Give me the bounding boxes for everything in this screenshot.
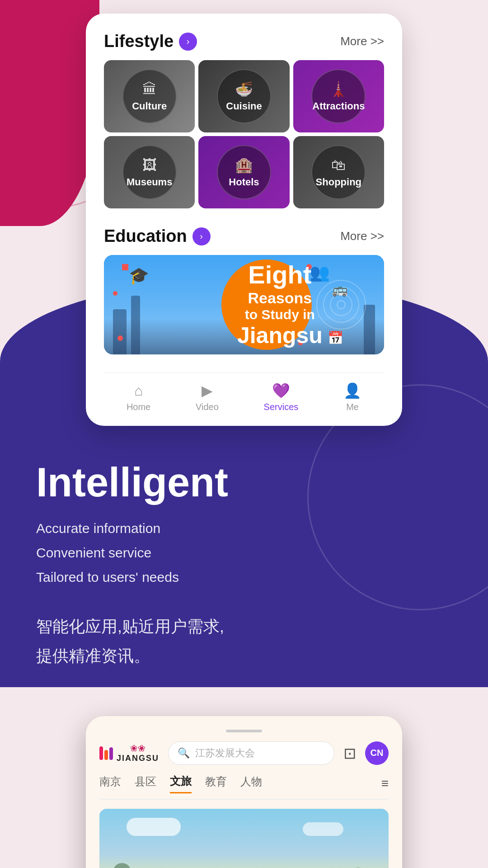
culture-label: Culture (132, 100, 167, 112)
nav-tab-jiaoyu[interactable]: 教育 (205, 774, 227, 793)
lifestyle-grid: 🏛 Culture 🍜 Cuisine 🗼 Attractions (104, 60, 384, 208)
intelligent-chinese-line1: 智能化应用,贴近用户需求, (36, 612, 452, 642)
hotels-label: Hotels (229, 176, 259, 188)
lifestyle-more-link[interactable]: More >> (340, 34, 384, 48)
nav-tab-nanjing[interactable]: 南京 (99, 774, 121, 793)
phone-mockup-bottom: ❀❀ JIANGSU 🔍 江苏发展大会 ⊡ CN 南京 县区 文旅 教育 人物 … (86, 716, 402, 868)
nav-me-label: Me (346, 402, 359, 412)
logo-bar-2 (104, 750, 108, 760)
home-icon: ⌂ (134, 382, 143, 399)
nav-item-me[interactable]: 👤 Me (343, 382, 361, 412)
cloud-1 (127, 818, 181, 836)
intelligent-line2: Convenient service (36, 541, 452, 565)
logo-bar-1 (99, 746, 103, 760)
intelligent-subtitle: Accurate information Convenient service … (36, 516, 452, 590)
scan-icon[interactable]: ⊡ (343, 744, 356, 762)
nav-tab-renwu[interactable]: 人物 (240, 774, 262, 793)
attractions-label: Attractions (312, 100, 365, 112)
app-header: ❀❀ JIANGSU 🔍 江苏发展大会 ⊡ CN (99, 741, 389, 765)
education-banner-text: Eight Reasons to Study in Jiangsu (237, 260, 323, 349)
shopping-label: Shopping (316, 176, 361, 188)
cuisine-icon: 🍜 (235, 80, 253, 98)
edu-bus-icon: 🚌 (332, 282, 348, 297)
video-icon: ▶ (202, 382, 213, 399)
edu-calendar-icon: 📅 (328, 330, 343, 345)
education-arrow-btn[interactable]: › (192, 227, 211, 245)
lang-label: CN (371, 748, 384, 758)
phone-mockup-top: Lifestyle › More >> 🏛 Culture 🍜 Cuisine (86, 14, 402, 426)
museums-label: Museums (127, 176, 172, 188)
hotels-icon: 🏨 (235, 156, 253, 174)
search-icon: 🔍 (178, 747, 190, 759)
nav-item-video[interactable]: ▶ Video (196, 382, 219, 412)
lang-badge[interactable]: CN (365, 741, 389, 765)
logo-bars (99, 746, 113, 760)
search-placeholder: 江苏发展大会 (195, 746, 255, 760)
intelligent-line1: Accurate information (36, 516, 452, 541)
lifestyle-title: Lifestyle (104, 32, 174, 51)
education-title: Education (104, 226, 187, 246)
culture-icon: 🏛 (142, 81, 157, 98)
lifestyle-header: Lifestyle › More >> (104, 32, 384, 51)
bottom-nav: ⌂ Home ▶ Video 💜 Services 👤 Me (104, 373, 384, 426)
lifestyle-title-group: Lifestyle › (104, 32, 197, 51)
intelligent-chinese: 智能化应用,贴近用户需求, 提供精准资讯。 (36, 612, 452, 671)
grid-item-shopping[interactable]: 🛍 Shopping (293, 136, 384, 208)
logo-text: JIANGSU (117, 754, 159, 763)
nav-tab-more[interactable]: ≡ (381, 776, 389, 791)
grid-item-culture[interactable]: 🏛 Culture (104, 60, 195, 132)
me-icon: 👤 (343, 382, 361, 399)
grid-item-hotels[interactable]: 🏨 Hotels (198, 136, 289, 208)
nav-video-label: Video (196, 402, 219, 412)
attractions-icon: 🗼 (329, 80, 347, 98)
cuisine-label: Cuisine (226, 100, 262, 112)
logo-bar-3 (109, 747, 113, 760)
nav-tab-wenlv[interactable]: 文旅 (170, 774, 192, 793)
education-banner[interactable]: 🎓 👥 📅 🚌 Eight Reasons to Study in Jiangs… (104, 255, 384, 354)
education-title-group: Education › (104, 226, 211, 246)
lifestyle-arrow-btn[interactable]: › (179, 33, 197, 51)
cloud-2 (303, 822, 343, 836)
nav-item-home[interactable]: ⌂ Home (127, 382, 150, 412)
edu-hat-icon: 🎓 (129, 266, 149, 285)
app-nav-tabs: 南京 县区 文旅 教育 人物 ≡ (99, 774, 389, 800)
nav-home-label: Home (127, 402, 150, 412)
shopping-icon: 🛍 (331, 157, 346, 174)
museums-icon: 🖼 (142, 157, 157, 174)
education-more-link[interactable]: More >> (340, 229, 384, 243)
intelligent-chinese-line2: 提供精准资讯。 (36, 642, 452, 671)
grid-item-cuisine[interactable]: 🍜 Cuisine (198, 60, 289, 132)
grid-item-museums[interactable]: 🖼 Museums (104, 136, 195, 208)
phone-notch (226, 730, 262, 732)
intelligent-line3: Tailored to users' needs (36, 565, 452, 590)
education-header: Education › More >> (104, 226, 384, 246)
intelligent-section: Intelligent Accurate information Conveni… (0, 426, 488, 698)
logo-decorative-icon: ❀❀ (130, 743, 145, 754)
app-logo: ❀❀ JIANGSU (99, 743, 159, 763)
nav-item-services[interactable]: 💜 Services (264, 382, 299, 412)
nav-tab-xianqu[interactable]: 县区 (135, 774, 156, 793)
intelligent-title: Intelligent (36, 462, 452, 503)
search-bar[interactable]: 🔍 江苏发展大会 (168, 741, 334, 765)
nav-services-label: Services (264, 402, 299, 412)
grid-item-attractions[interactable]: 🗼 Attractions (293, 60, 384, 132)
services-icon: 💜 (272, 382, 290, 399)
content-image (99, 809, 389, 868)
